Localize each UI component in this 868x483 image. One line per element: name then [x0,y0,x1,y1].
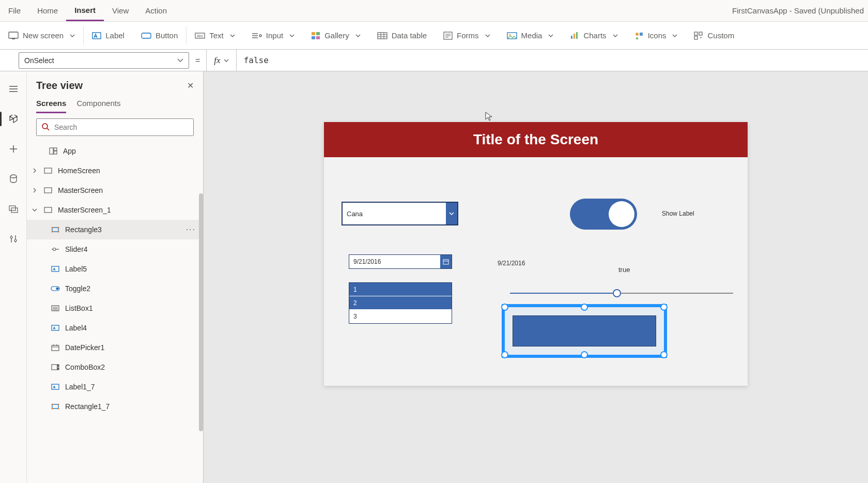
canvas-area[interactable]: Title of the Screen Cana Show Label 9/21… [204,71,868,483]
tab-components[interactable]: Components [76,99,120,113]
data-rail-button[interactable] [4,170,23,188]
chevron-down-icon [613,34,618,37]
left-rail [0,71,27,483]
tree-node-app[interactable]: App [27,141,203,161]
insert-label-text: Label [105,31,125,40]
tree-node-slider4[interactable]: Slider4 [27,239,203,259]
svg-rect-67 [52,345,59,351]
canvas-listbox[interactable]: 1 2 3 [349,282,452,324]
tree-search-input[interactable] [36,118,194,136]
insert-button-button[interactable]: Button [133,22,186,49]
tree-view-panel: Tree view ✕ Screens Components App HomeS… [27,71,204,483]
menu-insert[interactable]: Insert [66,0,104,21]
tab-screens[interactable]: Screens [36,99,66,113]
custom-icon: + [694,32,703,40]
insert-media-button[interactable]: Media [499,22,562,49]
resize-handle[interactable] [581,304,588,311]
insert-forms-button[interactable]: Forms [435,22,499,49]
svg-point-77 [52,408,53,410]
tree-scrollbar[interactable] [199,193,203,431]
gallery-icon [311,32,320,40]
tree-node-toggle2[interactable]: Toggle2 [27,279,203,298]
screen-icon [43,205,53,215]
svg-point-58 [53,248,56,251]
tree-node-homescreen[interactable]: HomeScreen [27,161,203,180]
tree-node-label5[interactable]: Label5 [27,259,203,279]
svg-point-75 [52,404,53,405]
datepicker-calendar-button[interactable] [440,255,452,268]
chevron-down-icon [70,34,75,37]
formula-input[interactable] [237,50,868,71]
hamburger-button[interactable] [4,80,23,98]
slider-thumb[interactable] [613,289,621,297]
tree-node-rectangle3[interactable]: Rectangle3 ··· [27,220,203,239]
label-icon [92,32,101,40]
insert-charts-button[interactable]: Charts [562,22,626,49]
tree-node-label4[interactable]: Label4 [27,318,203,338]
tools-rail-button[interactable] [4,230,23,248]
insert-gallery-button[interactable]: Gallery [303,22,369,49]
canvas-toggle-label: Show Label [662,210,694,217]
close-tree-button[interactable]: ✕ [187,81,194,90]
screen-title-bar[interactable]: Title of the Screen [324,122,748,157]
list-item[interactable]: 1 [349,283,452,296]
tree-node-rectangle1-7[interactable]: Rectangle1_7 [27,397,203,416]
insert-input-label: Input [266,31,283,40]
cursor-icon [485,112,492,121]
media-rail-button[interactable] [4,200,23,218]
canvas-selected-rectangle[interactable] [502,304,667,358]
chevron-down-icon [548,34,553,37]
resize-handle[interactable] [581,351,588,358]
canvas-screen[interactable]: Title of the Screen Cana Show Label 9/21… [324,122,748,386]
menu-home[interactable]: Home [29,0,66,21]
chevron-down-icon [289,34,295,37]
canvas-datepicker[interactable]: 9/21/2016 [349,254,452,269]
resize-handle[interactable] [501,351,508,358]
list-item[interactable]: 2 [349,296,452,310]
tree-view-rail-button[interactable] [4,110,23,128]
resize-handle[interactable] [660,351,668,358]
tree-node-listbox1[interactable]: ListBox1 [27,298,203,318]
svg-point-43 [14,239,17,242]
insert-input-button[interactable]: Input [243,22,303,49]
resize-handle[interactable] [501,304,508,311]
combobox-dropdown-button[interactable] [446,203,457,224]
tree-node-label: Rectangle1_7 [65,402,203,411]
insert-rail-button[interactable] [4,140,23,158]
svg-rect-66 [52,325,59,330]
canvas-toggle[interactable] [570,199,637,230]
insert-label-button[interactable]: Label [84,22,133,49]
tree-node-label: ListBox1 [65,304,203,312]
menu-view[interactable]: View [104,0,137,21]
tree-node-label1-7[interactable]: Label1_7 [27,377,203,397]
svg-rect-52 [52,228,58,232]
tree-node-combobox2[interactable]: ComboBox2 [27,357,203,377]
canvas-true-label: true [618,266,630,274]
insert-custom-button[interactable]: + Custom [686,22,742,49]
tree-node-masterscreen1[interactable]: MasterScreen_1 [27,200,203,220]
menu-file[interactable]: File [0,0,29,21]
insert-icons-button[interactable]: Icons [626,22,686,49]
list-item[interactable]: 3 [349,310,452,323]
rectangle-control[interactable] [513,315,656,346]
svg-rect-10 [312,32,315,35]
insert-icons-label: Icons [648,31,667,40]
new-screen-button[interactable]: New screen [0,22,83,49]
tree-node-datepicker1[interactable]: DatePicker1 [27,338,203,357]
icons-icon [634,32,644,40]
insert-text-button[interactable]: Abc Text [187,22,243,49]
resize-handle[interactable] [660,304,668,311]
fx-button[interactable]: fx [206,50,236,71]
tree-node-masterscreen[interactable]: MasterScreen [27,180,203,200]
insert-gallery-label: Gallery [324,31,349,40]
canvas-combobox[interactable]: Cana [342,202,458,225]
menu-action[interactable]: Action [137,0,175,21]
svg-rect-46 [50,148,53,154]
canvas-slider[interactable] [510,293,733,294]
property-selector[interactable]: OnSelect [19,52,189,69]
tree-node-label: HomeScreen [58,167,203,175]
more-options-button[interactable]: ··· [186,225,196,234]
svg-rect-73 [52,384,59,389]
insert-datatable-button[interactable]: Data table [369,22,435,49]
forms-icon [443,32,453,40]
